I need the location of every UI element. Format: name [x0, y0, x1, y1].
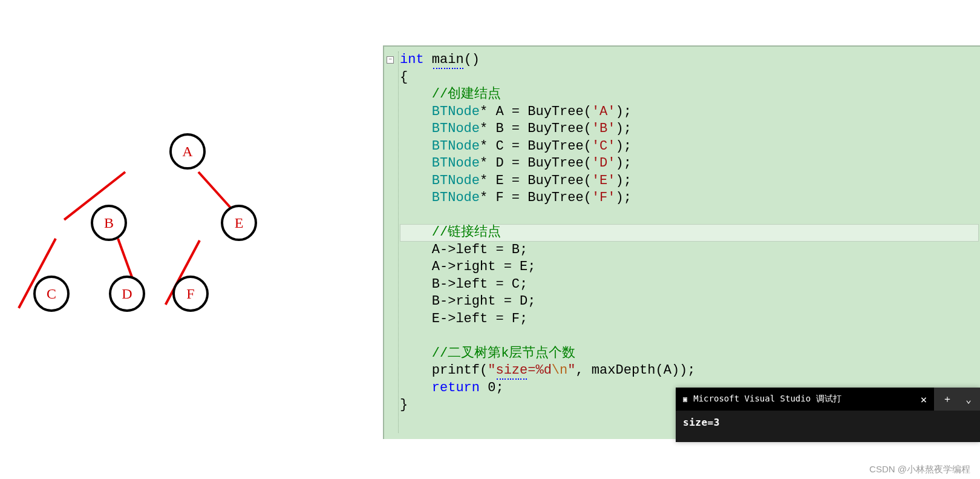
terminal-icon: ▣ — [683, 395, 687, 403]
terminal-tab-actions: ＋ ⌄ — [934, 388, 980, 411]
comment-link-nodes: //链接结点 — [432, 225, 501, 240]
close-icon[interactable]: × — [921, 393, 927, 406]
tree-node-c: C — [33, 276, 70, 312]
comment-create-nodes: //创建结点 — [432, 87, 501, 102]
chevron-down-icon[interactable]: ⌄ — [965, 394, 972, 405]
terminal-titlebar[interactable]: ▣ Microsoft Visual Studio 调试打 × ＋ ⌄ — [676, 388, 980, 411]
new-tab-icon[interactable]: ＋ — [942, 393, 952, 406]
watermark: CSDN @小林熬夜学编程 — [869, 464, 970, 475]
tree-node-a: A — [169, 133, 206, 170]
comment-k-level: //二叉树第k层节点个数 — [432, 346, 576, 361]
tree-node-b: B — [91, 205, 127, 241]
function-main: main — [432, 52, 464, 69]
debug-console[interactable]: ▣ Microsoft Visual Studio 调试打 × ＋ ⌄ size… — [676, 388, 980, 442]
terminal-tab[interactable]: ▣ Microsoft Visual Studio 调试打 × — [676, 388, 934, 411]
keyword-int: int — [400, 52, 424, 67]
terminal-title: Microsoft Visual Studio 调试打 — [693, 394, 841, 405]
code-editor[interactable]: − int main() { //创建结点 BTNode* A = BuyTre… — [383, 45, 980, 439]
binary-tree-diagram: A B E C D F — [18, 127, 260, 321]
tree-node-e: E — [221, 205, 257, 241]
editor-gutter: − — [384, 51, 399, 433]
terminal-output: size=3 — [676, 411, 980, 434]
tree-node-f: F — [172, 276, 209, 312]
tree-node-d: D — [109, 276, 145, 312]
fold-minus-icon[interactable]: − — [387, 56, 394, 64]
code-content: int main() { //创建结点 BTNode* A = BuyTree(… — [400, 51, 696, 414]
